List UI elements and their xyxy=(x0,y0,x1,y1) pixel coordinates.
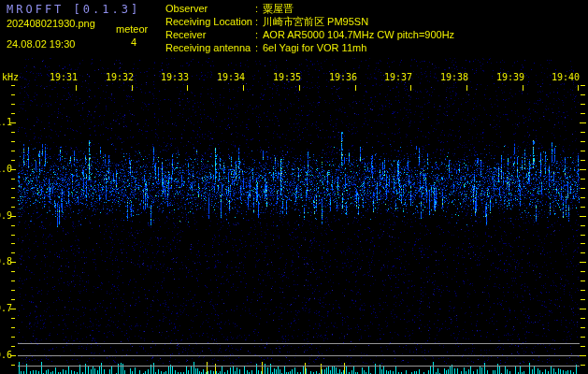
freq-major-tick-right xyxy=(580,309,586,309)
freq-minor-tick-left xyxy=(11,141,15,142)
time-axis-label: 19:37 xyxy=(382,73,412,82)
freq-minor-tick-right xyxy=(581,365,585,366)
mrofft-spectrogram-screen: MROFFT [0.1.3] 202408021930.png 24.08.02… xyxy=(0,0,588,374)
colon: : xyxy=(255,28,263,41)
info-row-observer: Observer:粟屋晋 xyxy=(165,2,454,15)
freq-minor-tick-right xyxy=(581,113,585,114)
freq-minor-tick-right xyxy=(581,243,585,244)
freq-minor-tick-right xyxy=(581,94,585,95)
freq-minor-tick-right xyxy=(581,151,585,151)
time-axis-label: 19:35 xyxy=(271,73,301,82)
location-value: 川崎市宮前区 PM95SN xyxy=(263,15,368,28)
receiver-label: Receiver xyxy=(165,28,255,41)
freq-minor-tick-left xyxy=(11,188,15,189)
info-row-location: Receiving Location:川崎市宮前区 PM95SN xyxy=(165,15,454,28)
freq-minor-tick-left xyxy=(11,299,15,300)
time-tick xyxy=(243,85,244,91)
time-axis-label: 19:38 xyxy=(438,73,468,82)
freq-minor-tick-right xyxy=(581,299,585,300)
freq-major-tick-left xyxy=(10,169,16,170)
reference-line xyxy=(18,366,580,367)
freq-minor-tick-left xyxy=(11,280,15,281)
colon: : xyxy=(255,15,263,28)
receiver-value: AOR AR5000 104.7MHz CW pitch=900Hz xyxy=(263,28,454,41)
freq-minor-tick-right xyxy=(581,104,585,105)
info-row-antenna: Receiving antenna:6el Yagi for VOR 11mh xyxy=(165,41,454,54)
freq-minor-tick-right xyxy=(581,346,585,347)
info-row-receiver: Receiver:AOR AR5000 104.7MHz CW pitch=90… xyxy=(165,28,454,41)
freq-minor-tick-left xyxy=(11,160,15,161)
meteor-count: 4 xyxy=(114,36,153,49)
observation-datetime: 24.08.02 19:30 xyxy=(7,38,75,50)
observer-value: 粟屋晋 xyxy=(263,2,294,15)
location-label: Receiving Location xyxy=(165,15,255,28)
time-tick xyxy=(299,85,300,91)
frequency-unit-label: kHz xyxy=(2,72,19,82)
time-tick xyxy=(132,85,133,91)
time-axis-label: 19:36 xyxy=(327,73,357,82)
time-tick xyxy=(187,85,188,91)
observer-label: Observer xyxy=(165,2,255,15)
station-info-block: Observer:粟屋晋 Receiving Location:川崎市宮前区 P… xyxy=(165,2,454,54)
time-tick xyxy=(523,85,523,91)
colon: : xyxy=(255,41,263,54)
freq-minor-tick-right xyxy=(581,271,585,272)
freq-minor-tick-right xyxy=(581,207,585,208)
freq-minor-tick-right xyxy=(581,132,585,133)
reference-line xyxy=(18,355,580,356)
freq-minor-tick-right xyxy=(581,179,585,180)
freq-minor-tick-left xyxy=(11,346,15,347)
freq-minor-tick-left xyxy=(11,104,15,105)
freq-major-tick-right xyxy=(580,169,586,170)
freq-major-tick-left xyxy=(10,262,16,263)
freq-minor-tick-right xyxy=(581,188,585,189)
freq-minor-tick-left xyxy=(11,271,15,272)
freq-minor-tick-right xyxy=(581,141,585,142)
antenna-label: Receiving antenna xyxy=(165,41,255,54)
freq-minor-tick-right xyxy=(581,327,585,328)
reference-line xyxy=(18,343,580,344)
freq-minor-tick-left xyxy=(11,225,15,226)
mode-label: meteor xyxy=(116,23,148,36)
time-axis-label: 19:34 xyxy=(215,73,245,82)
freq-major-tick-left xyxy=(10,309,16,309)
freq-minor-tick-right xyxy=(581,235,585,236)
freq-minor-tick-left xyxy=(11,235,15,236)
time-tick xyxy=(410,85,411,91)
freq-major-tick-left xyxy=(10,216,16,217)
freq-minor-tick-left xyxy=(11,327,15,328)
freq-major-tick-left xyxy=(10,355,16,356)
colon: : xyxy=(255,2,263,15)
freq-minor-tick-right xyxy=(581,337,585,338)
output-filename: 202408021930.png xyxy=(7,18,95,30)
freq-minor-tick-right xyxy=(581,225,585,226)
time-tick xyxy=(76,85,77,91)
time-axis-label: 19:40 xyxy=(550,73,580,82)
time-tick xyxy=(355,85,356,91)
spectrogram-canvas xyxy=(0,0,588,374)
freq-minor-tick-left xyxy=(11,151,15,151)
freq-minor-tick-left xyxy=(11,94,15,95)
freq-minor-tick-right xyxy=(581,280,585,281)
freq-major-tick-right xyxy=(580,216,586,217)
freq-major-tick-right xyxy=(580,122,586,123)
freq-minor-tick-right xyxy=(581,160,585,161)
freq-minor-tick-left xyxy=(11,85,15,86)
time-axis-label: 19:31 xyxy=(48,73,78,82)
freq-minor-tick-right xyxy=(581,252,585,253)
time-axis-label: 19:32 xyxy=(104,73,134,82)
freq-minor-tick-right xyxy=(581,85,585,86)
freq-minor-tick-left xyxy=(11,337,15,338)
freq-major-tick-left xyxy=(10,122,16,123)
time-tick xyxy=(578,85,579,91)
time-axis-label: 19:33 xyxy=(159,73,189,82)
freq-minor-tick-left xyxy=(11,243,15,244)
app-title: MROFFT [0.1.3] xyxy=(7,3,140,16)
freq-minor-tick-left xyxy=(11,365,15,366)
freq-minor-tick-left xyxy=(11,290,15,291)
freq-minor-tick-left xyxy=(11,207,15,208)
freq-minor-tick-left xyxy=(11,179,15,180)
time-axis-label: 19:39 xyxy=(495,73,524,82)
freq-minor-tick-right xyxy=(581,318,585,319)
freq-minor-tick-left xyxy=(11,197,15,198)
